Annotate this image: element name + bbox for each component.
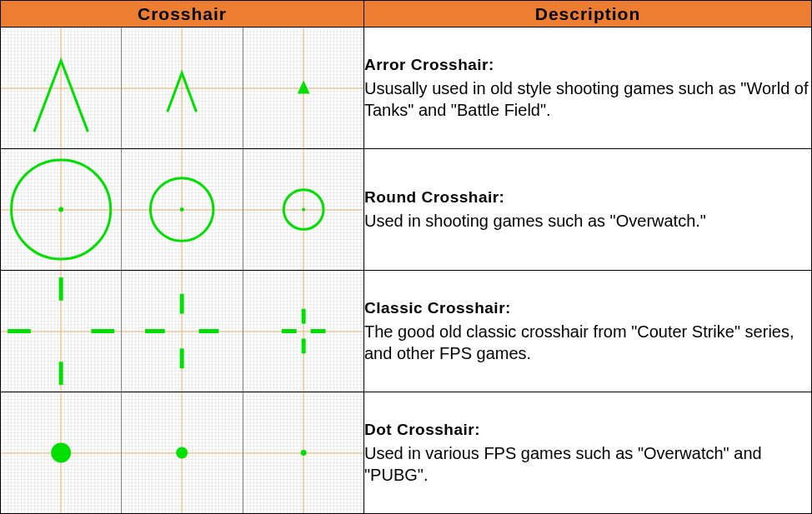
table-row: Classic Crosshair: The good old classic … [1, 271, 812, 392]
arrow-crosshair-medium [122, 27, 243, 148]
dot-crosshair-medium [122, 392, 243, 513]
preview-cell-round [1, 149, 364, 271]
desc-body: Used in shooting games such as "Overwatc… [364, 210, 811, 232]
svg-point-19 [51, 443, 71, 463]
svg-point-6 [302, 208, 305, 212]
table-row: Round Crosshair: Used in shooting games … [1, 149, 812, 271]
desc-body: Ususally used in old style shooting game… [364, 77, 811, 121]
desc-title: Arror Crosshair: [364, 55, 811, 76]
classic-crosshair-medium [122, 271, 243, 392]
preview-cell-classic [1, 271, 364, 392]
arrow-crosshair-large [1, 27, 122, 148]
desc-body: The good old classic crosshair from "Cou… [364, 321, 811, 364]
desc-title: Dot Crosshair: [364, 420, 811, 441]
arrow-crosshair-small [243, 27, 363, 148]
svg-point-2 [58, 207, 63, 212]
desc-body: Used in various FPS games such as "Overw… [364, 442, 811, 486]
preview-cell-dot [1, 392, 364, 514]
classic-crosshair-large [1, 271, 122, 392]
svg-marker-0 [297, 81, 309, 94]
header-description: Description [364, 1, 812, 27]
desc-title: Classic Crosshair: [364, 298, 811, 319]
crosshair-table: Crosshair Description [0, 0, 812, 514]
desc-cell-dot: Dot Crosshair: Used in various FPS games… [364, 392, 812, 514]
svg-point-21 [300, 450, 306, 456]
round-crosshair-medium [122, 149, 243, 270]
desc-cell-round: Round Crosshair: Used in shooting games … [364, 149, 812, 271]
table-row: Dot Crosshair: Used in various FPS games… [1, 392, 812, 514]
preview-cell-arrow [1, 27, 364, 149]
svg-point-20 [177, 447, 188, 459]
desc-title: Round Crosshair: [364, 187, 811, 208]
table-row: Arror Crosshair: Ususally used in old st… [1, 27, 812, 149]
dot-crosshair-small [243, 392, 363, 513]
desc-cell-classic: Classic Crosshair: The good old classic … [364, 271, 812, 392]
header-crosshair: Crosshair [1, 1, 364, 27]
classic-crosshair-small [243, 271, 363, 392]
round-crosshair-large [1, 149, 122, 270]
svg-point-4 [180, 207, 184, 212]
dot-crosshair-large [1, 392, 122, 513]
desc-cell-arrow: Arror Crosshair: Ususally used in old st… [364, 27, 812, 149]
round-crosshair-small [243, 149, 363, 270]
